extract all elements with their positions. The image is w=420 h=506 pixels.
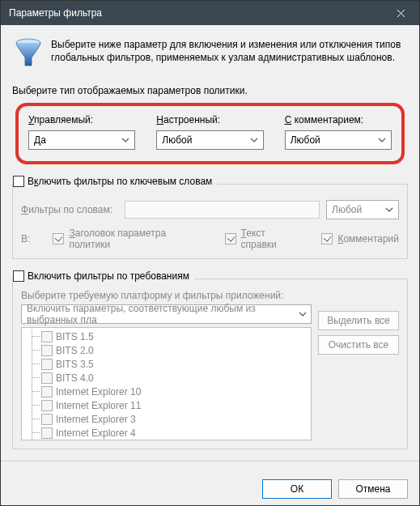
tree-item: BITS 2.0	[27, 343, 311, 357]
keyword-input	[125, 201, 320, 219]
chevron-down-icon	[248, 138, 260, 142]
managed-combo[interactable]: Да	[28, 130, 135, 150]
managed-label: Управляемый:	[28, 114, 135, 125]
tree-item: Internet Explorer 3	[27, 412, 311, 426]
tree-item: BITS 1.5	[27, 330, 311, 343]
opt-title-checkbox	[53, 233, 64, 244]
platform-tree: BITS 1.5 BITS 2.0 BITS 3.5 BITS 4.0 Inte…	[21, 327, 312, 440]
titlebar: Параметры фильтра	[1, 1, 419, 25]
configured-combo[interactable]: Любой	[156, 130, 263, 150]
divider	[1, 461, 419, 461]
requirements-mode-value: Включить параметры, соответствующие любы…	[27, 303, 297, 325]
commented-label: С комментарием:	[285, 114, 392, 125]
close-button[interactable]	[382, 1, 419, 25]
keyword-enable-checkbox[interactable]	[13, 176, 24, 187]
tree-item: Internet Explorer 11	[27, 398, 311, 412]
requirements-group-title: Включить фильтры по требованиям	[28, 270, 189, 282]
requirements-group: Включить фильтры по требованиям Выберите…	[12, 279, 408, 449]
opt-comment-checkbox	[321, 233, 333, 244]
clear-all-button: Очистить все	[318, 335, 399, 355]
intro-text: Выберите ниже параметр для включения и и…	[51, 38, 406, 69]
cancel-button[interactable]: Отмена	[338, 479, 408, 499]
filter-highlight: Управляемый: Да Настроенный: Любой С ком…	[15, 103, 405, 164]
opt-title-label: Заголовок параметра политики	[69, 227, 203, 250]
requirements-enable-checkbox[interactable]	[13, 270, 24, 282]
opt-help-label: Текст справки	[241, 227, 301, 250]
intro-row: Выберите ниже параметр для включения и и…	[12, 33, 408, 75]
opt-comment-label: Комментарий	[337, 233, 399, 244]
section-label: Выберите тип отображаемых параметров пол…	[12, 85, 408, 96]
select-all-button: Выделить все	[318, 311, 399, 330]
tree-item: BITS 3.5	[27, 357, 311, 371]
filter-configured: Настроенный: Любой	[156, 114, 263, 150]
dialog-body: Выберите ниже параметр для включения и и…	[1, 25, 419, 506]
keyword-match-value: Любой	[332, 204, 362, 215]
chevron-down-icon	[384, 207, 395, 212]
keyword-group: Включить фильтры по ключевым словам Филь…	[12, 184, 408, 259]
commented-value: Любой	[291, 134, 320, 146]
chevron-down-icon	[297, 312, 308, 317]
managed-value: Да	[34, 134, 46, 146]
words-label: Фильтры по словам:	[21, 204, 118, 215]
filter-commented: С комментарием: Любой	[285, 114, 392, 150]
tree-item: BITS 4.0	[27, 371, 311, 385]
ok-button[interactable]: ОК	[262, 479, 332, 499]
configured-value: Любой	[162, 134, 192, 146]
funnel-icon	[14, 38, 43, 69]
window-title: Параметры фильтра	[9, 7, 102, 19]
tree-item: Internet Explorer 10	[27, 385, 311, 398]
close-icon	[397, 9, 405, 18]
chevron-down-icon	[376, 138, 388, 142]
chevron-down-icon	[120, 138, 131, 142]
configured-label: Настроенный:	[156, 114, 263, 125]
opt-help-checkbox	[225, 233, 236, 244]
requirements-mode-combo: Включить параметры, соответствующие любы…	[21, 304, 312, 324]
filter-managed: Управляемый: Да	[28, 114, 135, 150]
keyword-match-combo: Любой	[326, 200, 399, 219]
tree-item: Internet Explorer 4	[27, 426, 311, 440]
requirements-subtitle: Выберите требуемую платформу и фильтры п…	[21, 290, 312, 301]
in-label: В:	[21, 233, 32, 244]
footer-buttons: ОК Отмена	[262, 479, 408, 499]
keyword-group-title: Включить фильтры по ключевым словам	[28, 176, 212, 187]
commented-combo[interactable]: Любой	[285, 130, 392, 150]
